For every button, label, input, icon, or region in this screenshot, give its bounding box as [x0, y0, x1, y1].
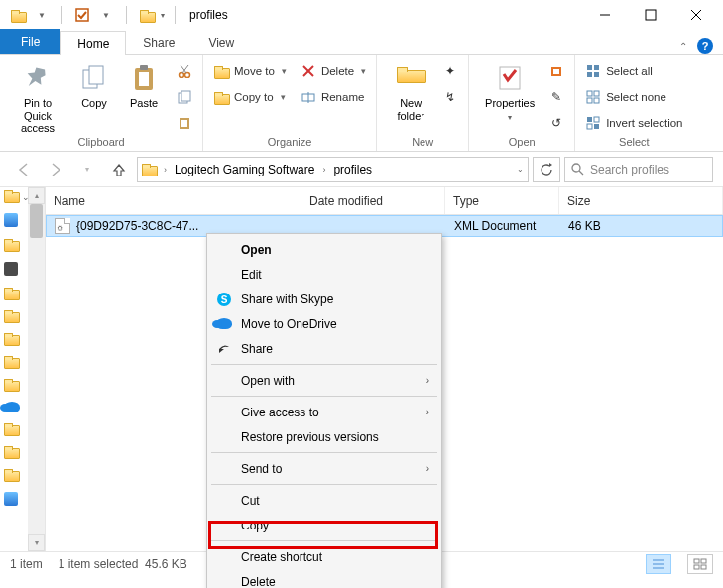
sidebar-desktop-icon[interactable] — [4, 213, 18, 227]
sidebar-folder-icon[interactable] — [4, 356, 18, 367]
chevron-down-icon[interactable]: ⌄ — [517, 165, 524, 174]
up-button[interactable] — [105, 156, 133, 183]
select-none-button[interactable]: Select none — [585, 86, 682, 108]
back-button[interactable] — [10, 156, 38, 183]
history-dropdown-icon[interactable]: ▾ — [73, 156, 101, 183]
column-headers: Name Date modified Type Size — [46, 187, 723, 215]
checkbox-icon[interactable] — [72, 5, 92, 25]
minimize-button[interactable] — [582, 1, 628, 29]
collapse-ribbon-icon[interactable]: ⌃ — [679, 41, 687, 52]
scroll-up-button[interactable]: ▴ — [28, 187, 45, 204]
ctx-edit[interactable]: Edit — [209, 262, 439, 287]
ctx-send-to[interactable]: Send to› — [209, 456, 439, 481]
ctx-copy[interactable]: Copy — [209, 513, 439, 537]
tab-home[interactable]: Home — [60, 31, 126, 55]
invert-selection-button[interactable]: Invert selection — [585, 112, 682, 134]
ctx-delete[interactable]: Delete — [209, 569, 439, 588]
ctx-open-with[interactable]: Open with› — [209, 368, 439, 393]
ctx-move-onedrive[interactable]: Move to OneDrive — [209, 311, 439, 336]
ribbon-group-clipboard: Pin to Quick access Copy Paste Clipboard — [0, 55, 203, 151]
sidebar-folder-icon[interactable] — [4, 446, 18, 457]
sidebar-folder-icon[interactable] — [4, 310, 18, 321]
tab-file[interactable]: File — [0, 29, 60, 54]
sidebar-onedrive-icon[interactable] — [4, 402, 20, 412]
ctx-share-skype[interactable]: SShare with Skype — [209, 287, 439, 311]
scroll-down-button[interactable]: ▾ — [28, 534, 45, 551]
tab-view[interactable]: View — [191, 30, 251, 54]
ribbon-group-open: Properties ▾ ✎ ↺ Open — [469, 55, 575, 151]
new-item-button[interactable]: ✦ — [442, 60, 458, 82]
tab-share[interactable]: Share — [126, 30, 191, 54]
sidebar-folder-icon[interactable] — [4, 288, 18, 298]
sidebar-thispc-icon[interactable] — [4, 492, 18, 506]
folder-icon — [142, 164, 156, 175]
chevron-right-icon[interactable]: › — [318, 165, 329, 175]
paste-shortcut-button[interactable] — [177, 112, 192, 134]
paste-button[interactable]: Paste — [123, 59, 165, 110]
group-label-organize: Organize — [203, 136, 376, 151]
ctx-create-shortcut[interactable]: Create shortcut — [209, 544, 439, 569]
qat-dropdown-icon[interactable]: ▼ — [96, 5, 116, 25]
column-header-name[interactable]: Name — [46, 187, 301, 214]
pin-to-quick-access-button[interactable]: Pin to Quick access — [10, 59, 65, 135]
sidebar-folder-icon[interactable] — [4, 239, 18, 250]
svg-point-10 — [180, 73, 184, 78]
ctx-share[interactable]: Share — [209, 336, 439, 361]
sidebar-drive-icon[interactable] — [4, 262, 18, 276]
history-button[interactable]: ↺ — [548, 112, 564, 134]
ctx-cut[interactable]: Cut — [209, 488, 439, 513]
copy-button[interactable]: Copy — [73, 59, 115, 110]
sidebar-scrollbar[interactable]: ▴ ▾ — [28, 187, 45, 551]
details-view-button[interactable] — [646, 554, 671, 574]
column-header-type[interactable]: Type — [445, 187, 559, 214]
column-header-date[interactable]: Date modified — [301, 187, 445, 214]
breadcrumb[interactable]: profiles — [333, 163, 372, 176]
copy-to-button[interactable]: Copy to▾ — [213, 86, 287, 108]
thumbnails-view-button[interactable] — [687, 554, 713, 574]
sidebar-folder-icon[interactable] — [4, 423, 18, 434]
properties-label: Properties — [485, 97, 535, 110]
breadcrumb[interactable]: Logitech Gaming Software — [175, 163, 314, 176]
ctx-restore-versions[interactable]: Restore previous versions — [209, 424, 439, 449]
sidebar-folder-icon[interactable] — [4, 469, 18, 480]
new-folder-button[interactable]: New folder — [387, 59, 434, 122]
close-button[interactable] — [673, 1, 719, 29]
easy-access-button[interactable]: ↯ — [442, 86, 458, 108]
select-all-button[interactable]: Select all — [585, 60, 682, 82]
search-input[interactable]: Search profiles — [564, 157, 713, 182]
help-icon[interactable]: ? — [697, 38, 713, 54]
column-header-size[interactable]: Size — [559, 187, 723, 214]
ctx-open[interactable]: Open — [209, 237, 439, 262]
refresh-button[interactable] — [533, 157, 560, 182]
new-item-icon: ✦ — [442, 63, 458, 79]
properties-button[interactable]: Properties ▾ — [479, 59, 541, 122]
svg-point-11 — [185, 73, 190, 78]
window-title: profiles — [189, 8, 228, 22]
svg-rect-33 — [587, 117, 592, 122]
chevron-right-icon[interactable]: › — [160, 165, 171, 175]
rename-button[interactable]: Rename — [301, 86, 366, 108]
qat-dropdown-icon[interactable]: ▾ — [161, 11, 165, 20]
copy-path-button[interactable] — [177, 86, 192, 108]
sidebar-folder-icon[interactable] — [4, 333, 18, 344]
maximize-button[interactable] — [628, 1, 673, 29]
ctx-give-access[interactable]: Give access to› — [209, 400, 439, 424]
context-menu: Open Edit SShare with Skype Move to OneD… — [206, 233, 442, 588]
open-button[interactable] — [548, 60, 564, 82]
cut-button[interactable] — [177, 60, 192, 82]
chevron-down-icon: ▾ — [279, 92, 286, 102]
scroll-thumb[interactable] — [30, 204, 43, 238]
sidebar-folder-icon[interactable] — [4, 379, 18, 390]
svg-rect-36 — [594, 124, 599, 129]
sidebar-folder-icon[interactable] — [4, 190, 18, 201]
paste-shortcut-icon — [177, 115, 192, 131]
paste-icon — [128, 62, 160, 94]
svg-rect-15 — [181, 91, 190, 101]
move-to-button[interactable]: Move to▾ — [213, 60, 287, 82]
delete-button[interactable]: Delete▾ — [301, 60, 366, 82]
edit-button[interactable]: ✎ — [548, 86, 564, 108]
address-bar[interactable]: › Logitech Gaming Software › profiles ⌄ — [137, 157, 529, 182]
qat-dropdown-icon[interactable]: ▼ — [32, 5, 52, 25]
ribbon-group-select: Select all Select none Invert selection … — [575, 55, 692, 151]
forward-button[interactable] — [42, 156, 69, 183]
